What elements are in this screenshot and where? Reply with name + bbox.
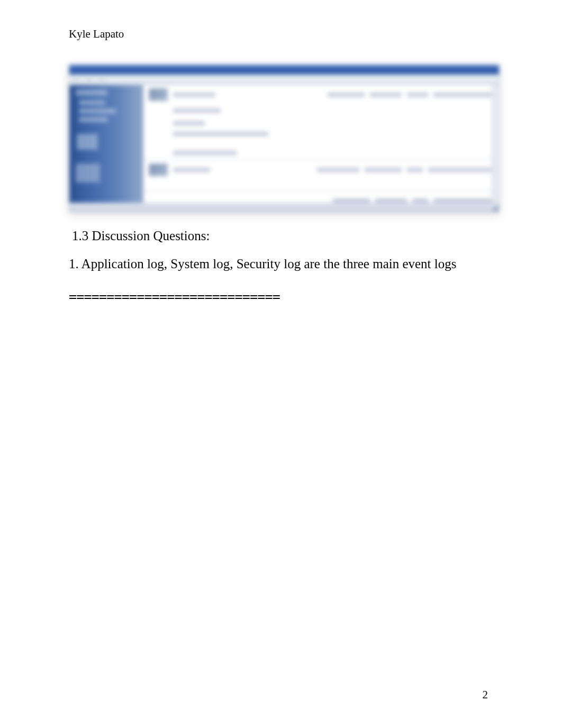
window-main-panel (143, 85, 499, 203)
answer-text: 1. Application log, System log, Security… (69, 255, 493, 273)
section-heading: 1.3 Discussion Questions: (72, 229, 493, 243)
thumbnail-icon (149, 88, 168, 101)
window-body (69, 85, 499, 203)
blurred-screenshot: — — — (69, 65, 500, 213)
author-name: Kyle Lapato (69, 28, 493, 41)
page-number: 2 (483, 688, 488, 702)
thumbnail-icon (149, 163, 168, 176)
scrollbar (492, 85, 499, 203)
window-sidebar (69, 85, 143, 203)
window-titlebar (69, 65, 499, 75)
separator-line: ============================ (69, 289, 493, 304)
window-statusbar (69, 203, 499, 212)
menu-item: — (74, 76, 79, 83)
window-menubar: — — — (69, 75, 499, 85)
resize-grip-icon (492, 205, 498, 211)
menu-item: — (99, 76, 104, 83)
menu-item: — (86, 76, 92, 83)
